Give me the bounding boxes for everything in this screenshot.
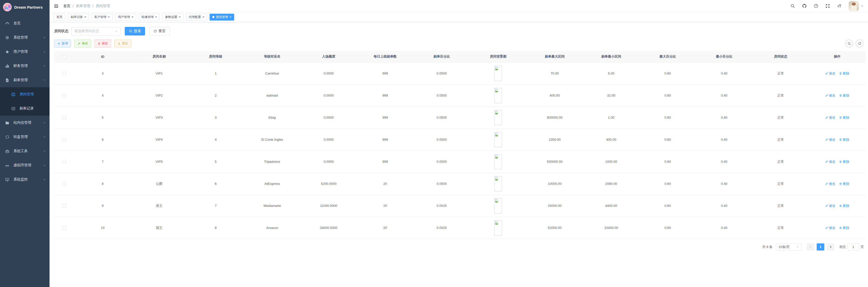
delete-button[interactable]: 删除 — [94, 40, 111, 47]
font-size-icon[interactable] — [837, 4, 842, 8]
search-icon[interactable] — [790, 4, 795, 8]
tab-首页[interactable]: 首页 — [54, 14, 65, 21]
tab-label: 客户管理 — [94, 15, 106, 19]
row-edit-link[interactable]: 修改 — [825, 159, 836, 164]
room-background-image[interactable] — [494, 154, 502, 169]
room-background-image[interactable] — [494, 176, 502, 191]
row-delete-link[interactable]: 删除 — [839, 93, 849, 98]
row-delete-link[interactable]: 删除 — [839, 182, 849, 186]
refresh-icon[interactable] — [856, 40, 863, 47]
cell-id: 7 — [74, 151, 131, 173]
sidebar-item-label: 转盘管理 — [13, 135, 43, 139]
row-checkbox[interactable] — [62, 182, 66, 186]
close-icon[interactable]: × — [108, 15, 110, 19]
wheel-icon — [5, 135, 9, 139]
row-checkbox[interactable] — [62, 204, 66, 208]
tab-轮播管理[interactable]: 轮播管理× — [139, 14, 160, 21]
row-delete-link[interactable]: 删除 — [839, 226, 849, 230]
sidebar-item-转盘管理[interactable]: 转盘管理 — [0, 130, 50, 144]
cell-status: 正常 — [752, 129, 809, 151]
hamburger-icon[interactable] — [54, 4, 59, 9]
tab-参数设置[interactable]: 参数设置× — [162, 14, 183, 21]
page-number-button[interactable]: 1 — [817, 243, 824, 250]
row-edit-link[interactable]: 修改 — [825, 137, 836, 142]
add-button[interactable]: 新增 — [54, 40, 71, 47]
avatar[interactable] — [849, 1, 859, 11]
row-checkbox[interactable] — [62, 138, 66, 141]
sidebar-item-财务管理[interactable]: 财务管理 — [0, 59, 50, 73]
close-icon[interactable]: × — [203, 15, 204, 19]
room-status-select[interactable]: 请选择房间状态 — [71, 27, 121, 35]
room-background-image[interactable] — [494, 132, 502, 147]
row-edit-link[interactable]: 修改 — [825, 93, 836, 98]
sidebar-item-虚拟币管理[interactable]: 虚拟币管理 — [0, 158, 50, 172]
row-delete-link[interactable]: 删除 — [839, 115, 849, 120]
room-background-image[interactable] — [494, 66, 502, 81]
row-delete-link[interactable]: 删除 — [839, 137, 849, 142]
close-icon[interactable]: × — [84, 15, 86, 19]
page-size-select[interactable]: 10条/页 — [776, 243, 802, 250]
brand-title: Dream Partners — [14, 5, 43, 9]
user-menu[interactable] — [849, 1, 863, 11]
export-button[interactable]: 导出 — [114, 40, 131, 47]
row-checkbox[interactable] — [62, 226, 66, 230]
sidebar-item-站内信管理[interactable]: 站内信管理 — [0, 116, 50, 130]
tab-客户管理[interactable]: 客户管理× — [91, 14, 113, 21]
row-edit-link[interactable]: 修改 — [825, 226, 836, 230]
row-checkbox[interactable] — [62, 72, 66, 75]
search-button[interactable]: 搜索 — [125, 27, 145, 35]
row-checkbox[interactable] — [62, 160, 66, 164]
prev-page-button[interactable] — [807, 243, 814, 250]
sidebar-item-首页[interactable]: 首页 — [0, 16, 50, 30]
tab-刷单记录[interactable]: 刷单记录× — [68, 14, 89, 21]
app-root: Dream Partners 首页系统管理用户管理财务管理刷单管理房间管理刷单记… — [0, 0, 868, 287]
sidebar-item-刷单管理[interactable]: 刷单管理 — [0, 73, 50, 87]
room-background-image[interactable] — [494, 88, 502, 103]
row-edit-link[interactable]: 修改 — [825, 115, 836, 120]
goto-page-input[interactable] — [848, 243, 859, 250]
cell-actions: 修改删除 — [809, 217, 865, 239]
row-delete-link[interactable]: 删除 — [839, 204, 849, 208]
table-row: 5VIP33Ebay0.00009990.0500800000.001.000.… — [54, 106, 865, 129]
cell-status: 正常 — [752, 151, 809, 173]
close-icon[interactable]: × — [179, 15, 181, 19]
close-icon[interactable]: × — [132, 15, 133, 19]
sidebar-item-系统工具[interactable]: 系统工具 — [0, 144, 50, 158]
row-edit-link[interactable]: 修改 — [825, 71, 836, 76]
select-all-checkbox[interactable] — [62, 55, 66, 59]
row-delete-link[interactable]: 删除 — [839, 159, 849, 164]
row-edit-link[interactable]: 修改 — [825, 182, 836, 186]
edit-button[interactable]: 修改 — [74, 40, 91, 47]
room-background-image[interactable] — [494, 110, 502, 125]
sidebar-item-系统监控[interactable]: 系统监控 — [0, 172, 50, 187]
sidebar-submenu: 房间管理刷单记录 — [0, 87, 50, 116]
close-icon[interactable]: × — [230, 15, 231, 19]
row-checkbox[interactable] — [62, 94, 66, 97]
breadcrumb-home[interactable]: 首页 — [63, 4, 70, 8]
navbar-right — [790, 1, 863, 11]
breadcrumb-item[interactable]: 刷单管理 — [76, 4, 90, 8]
cell-min_range: 4400.00 — [583, 195, 640, 217]
row-checkbox[interactable] — [62, 116, 66, 119]
sidebar-item-用户管理[interactable]: 用户管理 — [0, 45, 50, 59]
close-icon[interactable]: × — [155, 15, 157, 19]
sidebar-item-系统管理[interactable]: 系统管理 — [0, 30, 50, 45]
github-icon[interactable] — [802, 4, 807, 8]
row-delete-link[interactable]: 删除 — [839, 71, 849, 76]
reset-button[interactable]: 重置 — [149, 27, 170, 35]
fullscreen-icon[interactable] — [825, 4, 830, 8]
brand: Dream Partners — [0, 0, 50, 14]
tab-用户管理[interactable]: 用户管理× — [115, 14, 136, 21]
toggle-search-icon[interactable] — [845, 40, 853, 47]
next-page-button[interactable] — [827, 243, 834, 250]
chevron-down-icon — [115, 30, 118, 33]
row-edit-link[interactable]: 修改 — [825, 204, 836, 208]
tab-房间管理[interactable]: 房间管理× — [210, 14, 234, 21]
sidebar-subitem-房间管理[interactable]: 房间管理 — [0, 87, 50, 101]
question-icon[interactable] — [814, 4, 818, 8]
tab-代理配置[interactable]: 代理配置× — [186, 14, 207, 21]
cell-status: 正常 — [752, 195, 809, 217]
sidebar-subitem-刷单记录[interactable]: 刷单记录 — [0, 101, 50, 116]
room-background-image[interactable] — [494, 198, 502, 213]
room-background-image[interactable] — [494, 220, 502, 236]
